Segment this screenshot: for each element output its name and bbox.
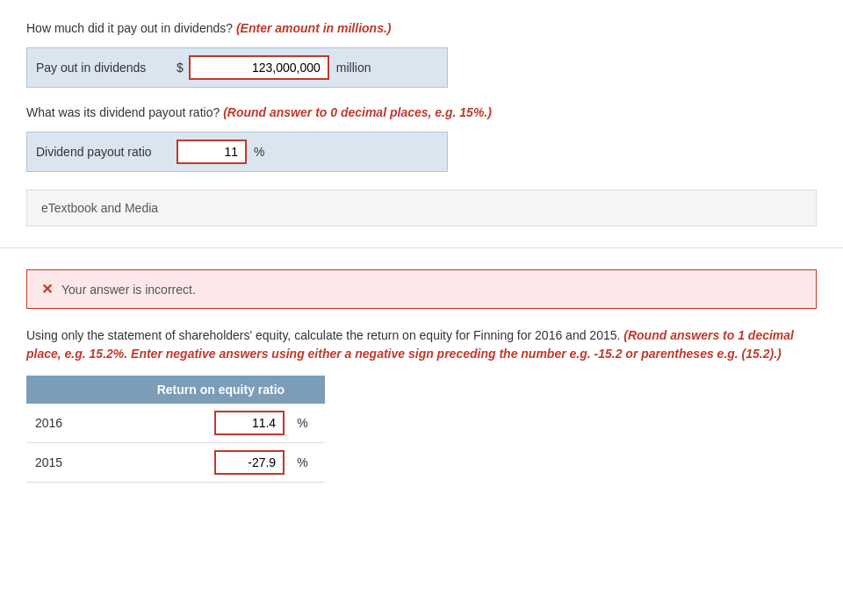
dividends-unit: million <box>336 61 371 75</box>
table-row: 2016% <box>26 404 325 443</box>
year-cell: 2015 <box>26 443 97 483</box>
dividends-amount-input[interactable] <box>189 55 329 80</box>
error-text: Your answer is incorrect. <box>61 283 196 297</box>
question2-instruction: (Round answer to 0 decimal places, e.g. … <box>223 105 492 119</box>
col-header-ratio: Return on equity ratio <box>97 376 293 404</box>
payout-ratio-label: Dividend payout ratio <box>36 145 177 159</box>
year-cell: 2016 <box>26 404 97 443</box>
equity-table: Return on equity ratio 2016%2015% <box>26 376 325 483</box>
question1-instruction: (Enter amount in millions.) <box>236 21 392 35</box>
etextbook-bar[interactable]: eTextbook and Media <box>26 190 817 226</box>
ratio-input-cell[interactable] <box>97 404 293 443</box>
etextbook-label: eTextbook and Media <box>41 201 158 215</box>
section-dividends: How much did it pay out in dividends? (E… <box>0 0 843 248</box>
equity-table-header: Return on equity ratio <box>26 376 325 404</box>
ratio-input[interactable] <box>214 411 285 435</box>
ratio-input[interactable] <box>214 450 285 475</box>
unit-cell: % <box>293 404 325 443</box>
question1-text: How much did it pay out in dividends? (E… <box>26 21 817 35</box>
col-header-unit <box>293 376 325 404</box>
equity-question-text: Using only the statement of shareholders… <box>26 326 817 363</box>
dividends-label: Pay out in dividends <box>36 61 177 75</box>
payout-ratio-input[interactable] <box>177 140 247 164</box>
table-row: 2015% <box>26 443 325 483</box>
payout-ratio-row: Dividend payout ratio % <box>26 132 448 172</box>
unit-cell: % <box>293 443 325 483</box>
error-icon: ✕ <box>41 281 53 297</box>
section-equity: ✕ Your answer is incorrect. Using only t… <box>0 248 843 504</box>
error-box: ✕ Your answer is incorrect. <box>26 269 817 309</box>
currency-symbol: $ <box>177 61 184 75</box>
dividends-input-row: Pay out in dividends $ million <box>26 47 448 88</box>
col-header-year <box>26 376 97 404</box>
ratio-input-cell[interactable] <box>97 443 293 483</box>
payout-ratio-unit: % <box>254 145 264 159</box>
question2-text: What was its dividend payout ratio? (Rou… <box>26 105 817 119</box>
